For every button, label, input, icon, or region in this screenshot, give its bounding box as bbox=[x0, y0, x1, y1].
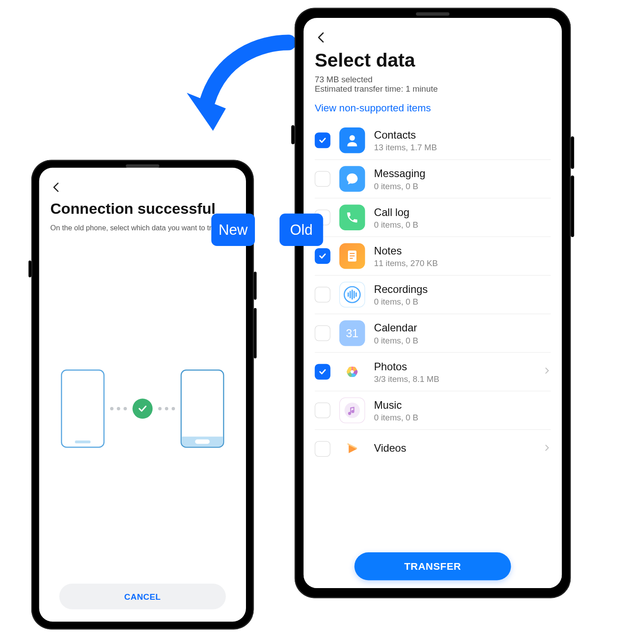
transfer-button-label: TRANSFER bbox=[404, 560, 462, 572]
call-log-icon bbox=[339, 205, 365, 231]
mini-phone-left-icon bbox=[61, 369, 105, 448]
contacts-icon bbox=[339, 127, 365, 153]
transfer-button[interactable]: TRANSFER bbox=[355, 552, 511, 580]
cancel-button[interactable]: CANCEL bbox=[59, 584, 226, 610]
data-category-list: Contacts13 items, 1.7 MB Messaging0 item… bbox=[315, 124, 551, 468]
view-non-supported-link[interactable]: View non-supported items bbox=[315, 102, 551, 114]
list-item-call-log[interactable]: Call log0 items, 0 B bbox=[315, 199, 551, 237]
checkbox[interactable] bbox=[315, 441, 330, 457]
list-item-contacts[interactable]: Contacts13 items, 1.7 MB bbox=[315, 124, 551, 160]
dots-icon bbox=[110, 407, 127, 410]
cancel-button-label: CANCEL bbox=[124, 592, 161, 601]
list-item-notes[interactable]: Notes11 items, 270 KB bbox=[315, 237, 551, 275]
connection-diagram bbox=[51, 233, 235, 584]
notes-icon bbox=[339, 243, 365, 269]
svg-rect-2 bbox=[350, 253, 355, 254]
chevron-right-icon bbox=[543, 444, 551, 454]
transfer-direction-arrow-icon bbox=[160, 26, 305, 157]
photos-icon bbox=[339, 359, 365, 385]
mini-phone-right-icon bbox=[181, 369, 225, 448]
badge-old: Old bbox=[280, 214, 323, 246]
calendar-icon: 31 bbox=[339, 320, 365, 346]
list-item-calendar[interactable]: 31 Calendar0 items, 0 B bbox=[315, 314, 551, 353]
recordings-icon bbox=[339, 282, 365, 308]
svg-point-0 bbox=[349, 135, 355, 140]
old-phone-frame: Select data 73 MB selected Estimated tra… bbox=[295, 8, 571, 598]
checkbox[interactable] bbox=[315, 248, 330, 264]
dots-icon bbox=[158, 407, 175, 410]
list-item-messaging[interactable]: Messaging0 items, 0 B bbox=[315, 160, 551, 199]
checkbox[interactable] bbox=[315, 287, 330, 302]
checkbox[interactable] bbox=[315, 171, 330, 187]
checkbox[interactable] bbox=[315, 364, 330, 380]
selected-summary: 73 MB selected bbox=[315, 74, 551, 84]
checkbox[interactable] bbox=[315, 326, 330, 341]
page-title: Connection successful bbox=[51, 200, 235, 218]
page-title: Select data bbox=[315, 49, 551, 71]
check-circle-icon bbox=[132, 398, 153, 419]
back-icon[interactable] bbox=[51, 181, 63, 194]
transfer-eta: Estimated transfer time: 1 minute bbox=[315, 84, 551, 93]
messaging-icon bbox=[339, 166, 365, 192]
list-item-photos[interactable]: Photos3/3 items, 8.1 MB bbox=[315, 353, 551, 391]
checkbox[interactable] bbox=[315, 402, 330, 418]
page-subtitle: On the old phone, select which data you … bbox=[51, 223, 235, 233]
svg-point-17 bbox=[351, 370, 354, 373]
chevron-right-icon bbox=[543, 367, 551, 377]
back-icon[interactable] bbox=[315, 31, 328, 44]
badge-new: New bbox=[212, 214, 255, 246]
svg-rect-4 bbox=[350, 258, 353, 259]
svg-rect-3 bbox=[350, 255, 355, 256]
list-item-recordings[interactable]: Recordings0 items, 0 B bbox=[315, 275, 551, 314]
list-item-music[interactable]: Music0 items, 0 B bbox=[315, 391, 551, 430]
music-icon bbox=[339, 398, 365, 424]
list-item-videos[interactable]: Videos bbox=[315, 430, 551, 468]
checkbox[interactable] bbox=[315, 132, 330, 148]
videos-icon bbox=[339, 436, 365, 462]
